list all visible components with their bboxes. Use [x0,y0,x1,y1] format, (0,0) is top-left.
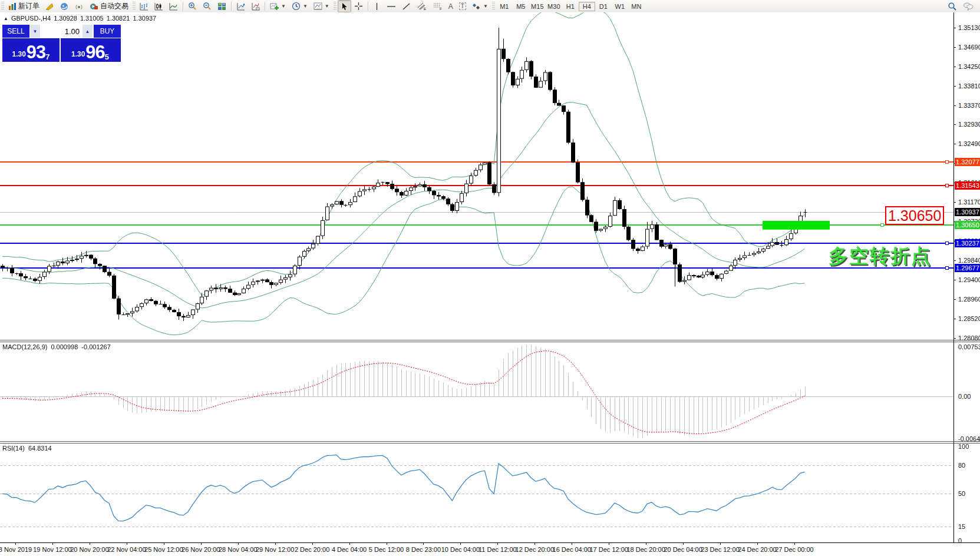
toolbar-grip[interactable] [133,2,136,11]
time-tick-label: 29 Nov 12:00 [256,546,294,553]
zoom-in-button[interactable] [185,0,200,12]
volume-decrease-button[interactable]: ▼ [30,25,41,38]
toolbar-grip[interactable] [1,2,4,11]
chart-candles-button[interactable] [151,0,166,12]
vertical-line-button[interactable] [370,0,384,12]
time-tick-mark [387,543,387,545]
main-chart-canvas[interactable] [0,12,953,340]
gold-arrow-button[interactable] [42,0,57,12]
time-tick-label: 27 Dec 00:00 [775,546,813,553]
community-icon [60,2,69,11]
time-tick-label: 4 Dec 04:00 [332,546,367,553]
time-tick-label: 12 Dec 20:00 [516,546,554,553]
price-marker: 1.32077 [955,158,980,166]
autotrade-button[interactable]: 自动交易 [87,0,131,12]
price-marker: 1.30237 [955,239,980,247]
price-tick-mark [953,47,956,48]
signal-button[interactable] [72,0,87,12]
tf-m15-button[interactable]: M15 [529,2,546,11]
time-tick-mark [349,543,350,545]
text-button[interactable]: A [446,0,456,12]
channel-button[interactable]: E [414,0,430,12]
time-tick-mark [164,543,164,545]
time-tick-mark [312,543,313,545]
tf-m30-button[interactable]: M30 [546,2,562,11]
time-tick-label: 5 Dec 12:00 [369,546,404,553]
price-tick-label: 1.34250 [958,63,980,70]
time-tick-mark [794,543,795,545]
volume-increase-button[interactable]: ▲ [83,25,93,38]
buy-button[interactable]: BUY [93,25,121,38]
price-tick-label: 1.31170 [958,198,980,206]
macd-axis-zero: 0.00 [958,393,971,400]
time-tick-label: 24 Dec 20:00 [738,546,776,553]
periods-button[interactable]: ▼ [289,0,311,12]
fibonacci-button[interactable]: F [430,0,446,12]
add-indicator-button[interactable]: ▼ [267,0,289,12]
trendline-button[interactable] [399,0,414,12]
buy-quote[interactable]: 1.30965 [61,38,120,62]
turning-point-note[interactable]: 多空转折点 [829,243,932,270]
price-annotation-box[interactable]: 1.30650 [885,206,944,225]
price-tick-mark [953,144,956,144]
time-tick-label: 28 Nov 04:00 [219,546,257,553]
cursor-button[interactable] [338,0,351,12]
crosshair-button[interactable] [351,0,366,12]
time-tick-mark [609,543,609,545]
toolbar-grip[interactable] [334,2,336,11]
sell-button[interactable]: SELL [2,25,30,38]
toolbar-grip[interactable] [492,2,495,11]
time-tick-mark [423,543,424,545]
rsi-pane-canvas[interactable] [0,443,953,542]
arrows-button[interactable]: ▼ [469,0,491,12]
pane-separator[interactable] [0,340,980,342]
time-tick-mark [572,543,572,545]
tf-d1-button[interactable]: D1 [595,2,612,11]
channel-icon: E [417,2,427,11]
crosshair-icon [354,2,363,11]
pane-separator[interactable] [0,441,980,444]
chevron-down-icon: ▼ [483,4,488,9]
price-tick-mark [953,319,956,319]
price-tick-label: 1.28520 [958,315,980,322]
macd-pane-canvas[interactable] [0,342,953,441]
tf-w1-button[interactable]: W1 [612,2,628,11]
fibonacci-icon: F [433,2,443,11]
panel-collapse-icon[interactable]: ▲ [4,16,8,21]
tf-m1-button[interactable]: M1 [496,2,513,11]
macd-signal-value: -0.001267 [81,343,111,350]
volume-input[interactable] [41,25,82,38]
sell-quote[interactable]: 1.30937 [2,38,61,62]
time-tick-label: 19 Nov 12:00 [33,546,71,553]
chart-bars-button[interactable] [137,0,151,12]
price-tick-mark [953,86,956,87]
indicator-window-button[interactable] [233,0,248,12]
time-tick-mark [720,543,721,545]
vertical-line-icon [373,2,381,11]
time-axis[interactable]: 8 Nov 201919 Nov 12:0020 Nov 20:0022 Nov… [0,542,980,556]
zoom-out-button[interactable] [200,0,215,12]
time-tick-label: 8 Nov 2019 [0,546,32,553]
templates-button[interactable]: ▼ [311,0,332,12]
time-tick-label: 25 Nov 12:00 [144,546,183,553]
tile-windows-button[interactable] [215,0,229,12]
tf-mn-button[interactable]: MN [628,2,645,11]
horizontal-line-icon [387,2,396,11]
indicator-list-button[interactable] [248,0,263,12]
time-tick-label: 20 Dec 04:00 [664,546,702,553]
tf-h4-button[interactable]: H4 [579,2,595,11]
toolbar: 新订单 自动交易 [0,0,980,13]
rsi-axis-label: 80 [958,462,965,469]
text-label-button[interactable]: T [456,0,469,12]
price-marker: 1.29677 [955,264,980,272]
price-tick-mark [953,280,956,280]
time-tick-mark [15,543,16,545]
community-button[interactable] [57,0,72,12]
new-order-button[interactable]: 新订单 [5,0,42,12]
chat-button[interactable] [960,0,976,12]
chart-line-button[interactable] [166,0,181,12]
horizontal-line-button[interactable] [384,0,399,12]
search-button[interactable] [945,0,960,12]
tf-h1-button[interactable]: H1 [562,2,579,11]
tf-m5-button[interactable]: M5 [513,2,529,11]
